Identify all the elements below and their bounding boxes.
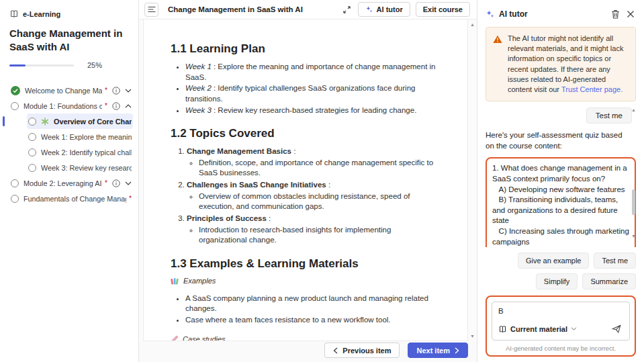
quiz-question-1: 1. What does change management in a SaaS… (486, 157, 636, 247)
document-scrollbar[interactable]: ▲ ▼ (469, 22, 476, 338)
progress-track (9, 64, 74, 66)
give-example-chip[interactable]: Give an example (518, 253, 590, 269)
case-studies-caption: Case studies (171, 335, 439, 341)
content-topbar: Change Management in SaaS with AI AI tut… (139, 0, 477, 19)
message-input[interactable]: B (498, 307, 623, 316)
composer-toolbar: Current material (498, 322, 623, 335)
status-circle-icon (28, 148, 36, 156)
numbered-item: Challenges in SaaS Change Initiatives : … (187, 180, 439, 212)
bullet-item: Week 1 : Explore the meaning and importa… (185, 62, 439, 83)
test-me-chip[interactable]: Test me (594, 253, 636, 269)
progress-percent: 25% (87, 61, 102, 69)
examples-caption: Examples (171, 277, 439, 285)
close-icon[interactable] (625, 9, 636, 19)
progress-fill (9, 64, 26, 66)
brand: e-Learning (9, 9, 133, 18)
selected-indicator (3, 116, 5, 126)
bullet-item: Week 3 : Review key research-based strat… (185, 105, 439, 116)
sidebar-item-week-3[interactable]: Week 3: Review key research-based s... (27, 160, 133, 175)
previous-item-button[interactable]: Previous item (324, 343, 400, 358)
scroll-up-icon[interactable]: ▲ (470, 22, 475, 27)
status-circle-icon (11, 195, 19, 203)
sidebar-item-week-1[interactable]: Week 1: Explore the meaning and im... (27, 129, 133, 144)
ai-tutor-button[interactable]: AI tutor (358, 2, 410, 17)
context-selector[interactable]: Current material (498, 325, 577, 333)
user-message: Test me (586, 107, 632, 124)
document-scroll-area: 1.1 Learning Plan Week 1 : Explore the m… (139, 19, 477, 341)
scroll-up-icon[interactable]: ▲ (631, 107, 636, 112)
exit-course-button[interactable]: Exit course (416, 2, 470, 17)
next-item-button[interactable]: Next item (408, 343, 468, 358)
ai-tutor-panel: AI tutor The AI tutor might not identify… (477, 0, 644, 362)
info-icon[interactable] (112, 87, 120, 95)
info-icon[interactable] (112, 179, 120, 187)
section-learning-plan: 1.1 Learning Plan Week 1 : Explore the m… (171, 42, 439, 116)
required-asterisk: * (129, 195, 132, 202)
sidebar-item-fundamentals[interactable]: Fundamentals of Change Management i... * (9, 191, 133, 206)
ai-tutor-header: AI tutor (486, 8, 636, 20)
app: e-Learning Change Management in SaaS wit… (0, 0, 644, 362)
assistant-intro: Here's your self-assessment quiz based o… (486, 130, 636, 151)
scroll-down-icon[interactable]: ▼ (631, 234, 636, 238)
section-heading: 1.2 Topics Covered (171, 127, 439, 140)
course-title: Change Management in SaaS with AI (9, 27, 133, 53)
chevron-down-icon[interactable] (125, 89, 132, 93)
books-icon (171, 277, 179, 285)
section-heading: 1.1 Learning Plan (171, 42, 439, 56)
chat-area: ▲ Test me Here's your self-assessment qu… (486, 107, 636, 247)
bullet-item: Case where a team faces resistance to a … (185, 315, 439, 326)
trust-center-link[interactable]: Trust Center page. (561, 85, 623, 93)
status-circle-icon (28, 164, 36, 172)
scroll-down-icon[interactable]: ▼ (470, 334, 475, 338)
required-asterisk: * (105, 87, 107, 94)
required-asterisk: * (105, 102, 107, 109)
info-icon[interactable] (112, 102, 120, 110)
bullet-item: A SaaS company planning a new product la… (185, 293, 439, 314)
chevron-up-icon[interactable] (125, 104, 132, 108)
ai-sparkle-green-icon (41, 118, 49, 126)
sidebar-item-module-1[interactable]: Module 1: Foundations of Change ... * (9, 98, 133, 114)
book-icon (498, 325, 507, 333)
status-circle-icon (11, 102, 19, 110)
warning-triangle-icon (493, 35, 502, 95)
sidebar-item-overview[interactable]: Overview of Core Change Mana... (27, 114, 133, 129)
chevron-down-icon (571, 327, 577, 330)
brand-label: e-Learning (23, 10, 60, 18)
course-navigation-bar: Previous item Next item (139, 341, 477, 362)
document-title: Change Management in SaaS with AI (168, 5, 336, 13)
progress: 25% (9, 61, 133, 69)
simplify-chip[interactable]: Simplify (536, 273, 578, 289)
ai-sparkle-icon (486, 9, 495, 19)
message-composer: B Current material (492, 302, 630, 341)
ai-disclaimer: AI-generated content may be incorrect. (492, 345, 630, 352)
pen-icon (171, 335, 179, 341)
status-circle-icon (11, 179, 19, 187)
suggestion-chips: Give an example Test me Simplify Summari… (486, 253, 636, 289)
numbered-item: Change Management Basics : Definition, s… (187, 146, 439, 179)
sidebar-item-welcome[interactable]: Welcome to Change Management... * (9, 83, 133, 98)
warning-text: The AI tutor might not identify all rele… (508, 34, 629, 95)
sidebar-item-module-2[interactable]: Module 2: Leveraging AI to Enhan... * (9, 175, 133, 191)
sidebar-item-week-2[interactable]: Week 2: Identify typical challenges Sa..… (27, 144, 133, 160)
section-examples-materials: 1.3 Examples & Learning Materials Exampl… (171, 257, 439, 341)
notes-menu-button[interactable] (144, 3, 158, 17)
section-topics-covered: 1.2 Topics Covered Change Management Bas… (171, 127, 439, 246)
document-page: 1.1 Learning Plan Week 1 : Explore the m… (143, 19, 468, 341)
expand-icon[interactable] (341, 4, 353, 15)
status-circle-icon (28, 133, 36, 141)
chevron-left-icon (333, 347, 338, 354)
ai-sparkle-icon (365, 5, 373, 13)
chevron-down-icon[interactable] (125, 181, 132, 185)
send-icon[interactable] (610, 322, 623, 335)
required-asterisk: * (105, 179, 107, 187)
summarize-chip[interactable]: Summarize (582, 273, 636, 289)
book-icon (9, 9, 19, 18)
status-circle-icon (28, 118, 36, 126)
numbered-item: Principles of Success : Introduction to … (187, 214, 439, 246)
trash-icon[interactable] (610, 8, 621, 20)
bullet-item: Week 2 : Identify typical challenges Saa… (185, 83, 439, 104)
chevron-right-icon (455, 347, 459, 354)
chat-scrollbar-thumb[interactable] (632, 189, 635, 215)
content-area: Change Management in SaaS with AI AI tut… (139, 0, 477, 362)
check-circle-icon (11, 86, 20, 95)
